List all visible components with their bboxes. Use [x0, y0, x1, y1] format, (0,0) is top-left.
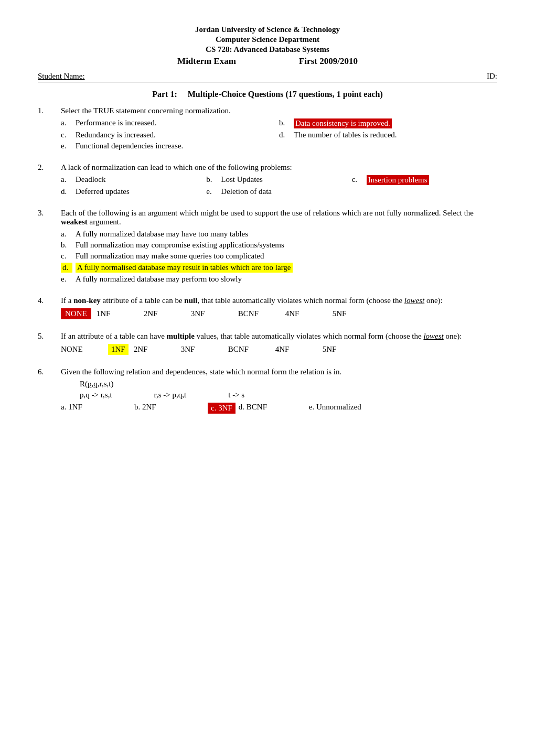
q2-ans-b: b. Lost Updates — [206, 175, 351, 185]
q3-row: 3. Each of the following is an argument … — [38, 209, 497, 226]
q5-opt-5nf: 5NF — [323, 345, 365, 354]
q6-opt-unnorm: e. Unnormalized — [309, 403, 382, 414]
q5-opt-none: NONE — [61, 345, 103, 354]
student-name-label: Student Name: — [38, 72, 179, 81]
q3-num: 3. — [38, 209, 52, 226]
q1-row: 1. Select the TRUE statement concerning … — [38, 106, 497, 115]
department-title: Computer Science Department — [38, 35, 497, 44]
q4-row: 4. If a non-key attribute of a table can… — [38, 296, 497, 305]
q4-opt-2nf: 2NF — [144, 309, 186, 318]
question-5: 5. If an attribute of a table can have m… — [38, 332, 497, 355]
year-label: First 2009/2010 — [299, 56, 358, 67]
q3-ans-a: a. A fully normalized database may have … — [61, 230, 497, 239]
q4-opt-3nf: 3NF — [191, 309, 233, 318]
q6-opt-1nf: a. 1NF — [61, 403, 134, 414]
q2-num: 2. — [38, 163, 52, 172]
q6-text: Given the following relation and depende… — [61, 368, 497, 376]
q4-opt-1nf: 1NF — [97, 309, 138, 318]
q5-opt-2nf: 2NF — [134, 345, 176, 354]
q3-ans-c: c. Full normalization may make some quer… — [61, 252, 497, 261]
q6-relation-def: R(p,q,r,s,t) — [80, 380, 497, 388]
q4-opt-4nf: 4NF — [285, 309, 327, 318]
course-title: CS 728: Advanced Database Systems — [38, 45, 497, 54]
university-title: Jordan University of Science & Technolog… — [38, 25, 497, 34]
q3-text: Each of the following is an argument whi… — [61, 209, 497, 226]
q1-ans-c: c. Redundancy is increased. — [61, 131, 279, 139]
q6-opt-3nf: c. 3NF — [208, 403, 236, 414]
q1-ans-d: d. The number of tables is reduced. — [279, 131, 497, 139]
q1-ans-e: e. Functional dependencies increase. — [61, 142, 279, 150]
q4-text: If a non-key attribute of a table can be… — [61, 296, 497, 305]
q6-opt-2nf: b. 2NF — [134, 403, 208, 414]
q3-ans-b: b. Full normalization may compromise exi… — [61, 241, 497, 250]
question-1: 1. Select the TRUE statement concerning … — [38, 106, 497, 150]
question-4: 4. If a non-key attribute of a table can… — [38, 296, 497, 319]
q4-num: 4. — [38, 296, 52, 305]
q5-opt-1nf: 1NF — [108, 344, 129, 355]
q4-opt-5nf: 5NF — [333, 309, 374, 318]
q2-ans-e: e. Deletion of data — [206, 187, 351, 196]
question-3: 3. Each of the following is an argument … — [38, 209, 497, 284]
q2-answers: a. Deadlock b. Lost Updates c. Insertion… — [38, 175, 497, 196]
q1-text: Select the TRUE statement concerning nor… — [61, 106, 497, 115]
q3-ans-e: e. A fully normalized database may perfo… — [61, 275, 497, 284]
student-info-row: Student Name: ID: — [38, 72, 497, 82]
q5-num: 5. — [38, 332, 52, 341]
q2-ans-c: c. Insertion problems — [352, 175, 497, 185]
q1-ans-a: a. Performance is increased. — [61, 118, 279, 128]
question-2: 2. A lack of normalization can lead to w… — [38, 163, 497, 196]
exam-row: Midterm Exam First 2009/2010 — [38, 56, 497, 67]
q4-opt-bcnf: BCNF — [238, 309, 280, 318]
q5-opt-4nf: 4NF — [275, 345, 317, 354]
q4-opt-none: NONE — [61, 308, 91, 319]
id-label: ID: — [487, 72, 497, 81]
question-6: 6. Given the following relation and depe… — [38, 368, 497, 414]
q2-ans-a: a. Deadlock — [61, 175, 206, 185]
q5-opt-3nf: 3NF — [181, 345, 223, 354]
q3-ans-d: d. A fully normalised database may resul… — [61, 263, 497, 273]
q6-row: 6. Given the following relation and depe… — [38, 368, 497, 376]
q2-row: 2. A lack of normalization can lead to w… — [38, 163, 497, 172]
q4-nf-options: NONE 1NF 2NF 3NF BCNF 4NF 5NF — [38, 308, 497, 319]
q2-ans-d: d. Deferred updates — [61, 187, 206, 196]
q5-row: 5. If an attribute of a table can have m… — [38, 332, 497, 341]
q6-nf-options: a. 1NF b. 2NF c. 3NF d. BCNF e. Unnormal… — [38, 403, 497, 414]
q5-nf-options: NONE 1NF 2NF 3NF BCNF 4NF 5NF — [38, 344, 497, 355]
q3-answers: a. A fully normalized database may have … — [38, 230, 497, 284]
q1-ans-b: b. Data consistency is improved. — [279, 118, 497, 128]
midterm-label: Midterm Exam — [177, 56, 236, 67]
q6-num: 6. — [38, 368, 52, 376]
part1-header: Part 1: Multiple-Choice Questions (17 qu… — [38, 90, 497, 99]
q2-text: A lack of normalization can lead to whic… — [61, 163, 497, 172]
document-header: Jordan University of Science & Technolog… — [38, 25, 497, 67]
q6-opt-bcnf: d. BCNF — [236, 403, 309, 414]
q1-num: 1. — [38, 106, 52, 115]
q6-deps-row: p,q -> r,s,t r,s -> p,q,t t -> s — [80, 391, 497, 399]
q5-opt-bcnf: BCNF — [228, 345, 270, 354]
q1-answers: a. Performance is increased. b. Data con… — [38, 118, 497, 150]
q6-relation: R(p,q,r,s,t) p,q -> r,s,t r,s -> p,q,t t… — [38, 380, 497, 399]
q5-text: If an attribute of a table can have mult… — [61, 332, 497, 341]
